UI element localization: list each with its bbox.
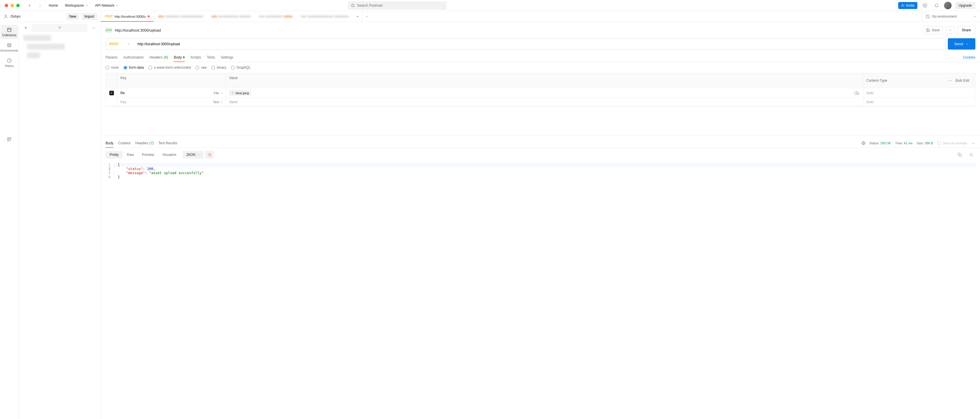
content-type-cell-placeholder[interactable]: Auto (864, 98, 975, 106)
maximize-window-icon[interactable] (16, 4, 20, 7)
search-response-button[interactable] (967, 151, 975, 159)
unsaved-dot-icon (148, 15, 150, 17)
rail-more[interactable] (1, 135, 18, 144)
tab-params[interactable]: Params (105, 53, 118, 62)
key-cell-placeholder[interactable]: Key Text (118, 98, 226, 106)
rail-label: Environments (0, 49, 18, 52)
rail-collections[interactable]: Collections (1, 25, 18, 39)
rail-history[interactable]: History (1, 56, 18, 70)
file-chip[interactable]: ⚠ bear.jpeg (229, 90, 251, 95)
resp-tab-headers[interactable]: Headers (7) (135, 139, 154, 148)
body-type-binary[interactable]: binary (212, 65, 226, 70)
body-type-raw[interactable]: raw (196, 65, 207, 70)
value-cell[interactable]: ⚠ bear.jpeg (226, 88, 864, 98)
tab-body[interactable]: Body (174, 53, 185, 62)
rail-environments[interactable]: Environments (1, 40, 18, 54)
view-raw[interactable]: Raw (123, 151, 138, 159)
workspaces-dropdown[interactable]: Workspaces (63, 2, 91, 9)
key-type-selector[interactable]: Text (213, 100, 223, 104)
file-name: bear.jpeg (236, 91, 249, 95)
svg-point-2 (902, 4, 903, 5)
settings-button[interactable] (921, 2, 929, 10)
body-type-urlencoded[interactable]: x-www-form-urlencoded (148, 65, 191, 70)
new-tab-button[interactable]: + (353, 14, 362, 19)
nav-back-button[interactable] (25, 2, 33, 10)
view-preview[interactable]: Preview (138, 151, 158, 159)
import-button[interactable]: Import (81, 13, 97, 20)
environments-icon (7, 43, 12, 48)
more-icon[interactable] (948, 79, 952, 83)
sidebar-more-button[interactable] (89, 24, 98, 32)
request-tab[interactable] (207, 15, 255, 17)
nav-forward-button[interactable] (36, 2, 44, 10)
notifications-button[interactable] (932, 2, 940, 10)
search-icon (351, 3, 355, 8)
th-key: Key (118, 73, 226, 88)
copy-response-button[interactable] (956, 151, 964, 159)
save-label: Save (932, 28, 940, 32)
home-link[interactable]: Home (46, 2, 60, 9)
request-tab[interactable] (297, 15, 353, 17)
tabs-dropdown[interactable] (362, 11, 371, 22)
tab-tests[interactable]: Tests (207, 53, 215, 62)
globe-icon[interactable] (861, 141, 865, 145)
tab-settings[interactable]: Settings (221, 53, 233, 62)
value-cell-placeholder[interactable]: Value (226, 98, 864, 106)
json-response[interactable]: 1{ 2 "status": 200, 3 "message": "asset … (101, 162, 980, 180)
svg-point-26 (94, 27, 95, 28)
wrap-lines-button[interactable] (205, 151, 214, 159)
save-dropdown-button[interactable] (946, 26, 955, 34)
body-type-form-data[interactable]: form-data (124, 65, 144, 70)
upgrade-button[interactable]: Upgrade (955, 2, 975, 9)
key-type-selector[interactable]: File (214, 91, 223, 95)
request-tab[interactable] (154, 15, 207, 17)
cookies-link[interactable]: Cookies (963, 53, 975, 62)
tab-authorization[interactable]: Authorization (123, 53, 143, 62)
environment-selector[interactable]: No environment (922, 11, 980, 22)
row-checkbox[interactable]: ✓ (109, 91, 114, 95)
request-title[interactable]: http://localhost:3000/upload (115, 28, 920, 32)
filter-collections[interactable] (32, 24, 87, 32)
search-input[interactable] (357, 3, 444, 8)
cloud-sync-icon[interactable] (854, 91, 859, 95)
window-controls (5, 4, 20, 7)
add-collection-button[interactable] (22, 24, 30, 32)
save-button[interactable]: Save (923, 26, 943, 34)
resp-tab-body[interactable]: Body (105, 139, 113, 148)
tab-scripts[interactable]: Scripts (191, 53, 201, 62)
collection-item[interactable] (27, 52, 40, 58)
resp-tab-test-results[interactable]: Test Results (158, 139, 177, 148)
avatar[interactable] (944, 2, 951, 9)
json-value: "asset upload succesfully" (149, 171, 204, 175)
save-as-example-button[interactable]: Save as example (937, 141, 967, 145)
collection-item[interactable] (27, 44, 65, 49)
share-button[interactable]: Share (958, 26, 975, 34)
url-input[interactable] (134, 38, 945, 49)
more-icon[interactable] (971, 141, 975, 145)
body-type-none[interactable]: none (105, 65, 119, 70)
request-tab-active[interactable]: POST http://localhost:3000/u (101, 11, 154, 22)
close-window-icon[interactable] (5, 4, 8, 7)
api-network-dropdown[interactable]: API Network (93, 2, 121, 9)
workspace-name[interactable]: Oshyn (10, 14, 64, 19)
resp-tab-cookies[interactable]: Cookies (118, 139, 130, 148)
json-key: "status" (126, 167, 143, 171)
view-visualize[interactable]: Visualize (158, 151, 180, 159)
content-type-cell[interactable]: Auto (864, 88, 975, 98)
collection-item[interactable] (24, 35, 51, 41)
body-type-graphql[interactable]: GraphQL (231, 65, 250, 70)
send-button[interactable]: Send (948, 38, 975, 49)
svg-point-28 (950, 80, 950, 81)
bulk-edit-link[interactable]: Bulk Edit (956, 79, 969, 83)
global-search[interactable] (348, 2, 447, 10)
minimize-window-icon[interactable] (10, 4, 14, 7)
invite-button[interactable]: Invite (898, 2, 917, 9)
request-tab[interactable] (255, 15, 297, 17)
view-pretty[interactable]: Pretty (105, 151, 123, 159)
status-meta: Status: 200 OK (870, 141, 891, 145)
tab-headers[interactable]: Headers (9) (149, 53, 168, 62)
format-selector[interactable]: JSON (183, 151, 204, 159)
key-cell[interactable]: file File (118, 88, 226, 98)
new-button[interactable]: New (67, 13, 79, 20)
method-selector[interactable]: POST (105, 38, 134, 49)
